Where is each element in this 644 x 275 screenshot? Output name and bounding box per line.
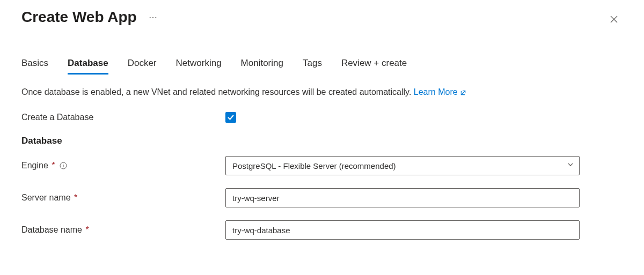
page-title: Create Web App: [21, 9, 137, 26]
server-name-label-text: Server name: [21, 193, 71, 202]
database-name-label: Database name *: [21, 225, 225, 235]
engine-label: Engine *: [21, 161, 225, 170]
tab-database[interactable]: Database: [68, 58, 108, 75]
learn-more-label: Learn More: [414, 87, 458, 97]
engine-label-text: Engine: [21, 161, 48, 170]
engine-select[interactable]: PostgreSQL - Flexible Server (recommende…: [225, 156, 580, 175]
intro-text-content: Once database is enabled, a new VNet and…: [21, 87, 414, 96]
page-header: Create Web App ⋯: [21, 9, 623, 26]
close-icon[interactable]: [605, 11, 623, 30]
required-indicator: *: [72, 193, 78, 202]
required-indicator: *: [83, 225, 89, 234]
more-icon[interactable]: ⋯: [145, 12, 161, 23]
create-database-checkbox[interactable]: [225, 112, 236, 123]
external-link-icon: [460, 89, 467, 96]
tab-monitoring[interactable]: Monitoring: [241, 58, 283, 75]
tab-review-create[interactable]: Review + create: [341, 58, 407, 75]
database-name-label-text: Database name: [21, 225, 82, 234]
server-name-input[interactable]: [225, 188, 580, 207]
server-name-label: Server name *: [21, 193, 225, 203]
required-indicator: *: [49, 161, 55, 170]
tab-tags[interactable]: Tags: [303, 58, 322, 75]
tab-docker[interactable]: Docker: [128, 58, 157, 75]
svg-point-5: [63, 163, 63, 164]
tab-basics[interactable]: Basics: [21, 58, 48, 75]
info-icon[interactable]: [60, 162, 67, 169]
create-database-label: Create a Database: [21, 113, 225, 122]
tab-networking[interactable]: Networking: [176, 58, 222, 75]
database-section-heading: Database: [21, 136, 623, 146]
learn-more-link[interactable]: Learn More: [414, 87, 467, 97]
tab-bar: Basics Database Docker Networking Monito…: [21, 58, 623, 75]
database-name-input[interactable]: [225, 220, 580, 240]
svg-line-2: [462, 91, 465, 94]
intro-text: Once database is enabled, a new VNet and…: [21, 87, 623, 97]
